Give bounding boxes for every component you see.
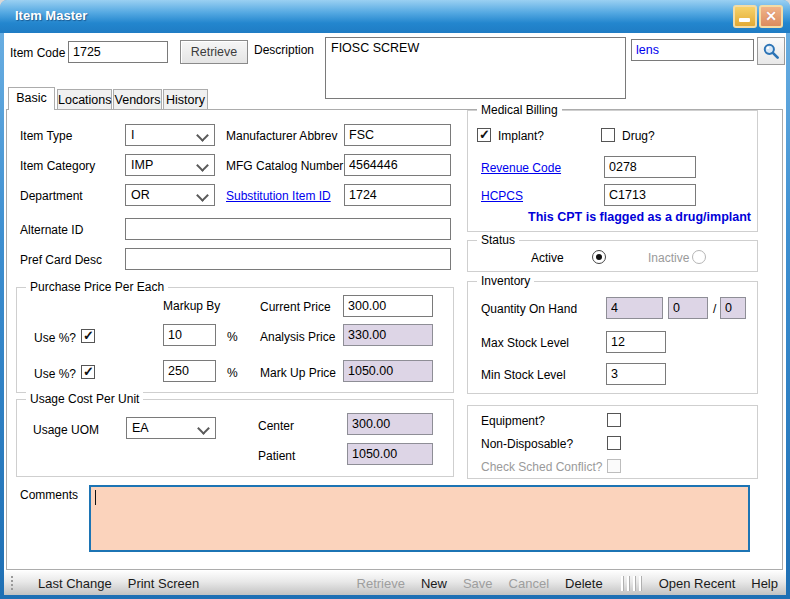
minimize-icon — [739, 18, 750, 22]
usage-uom-value: EA — [132, 421, 149, 435]
minimize-button[interactable] — [733, 5, 757, 28]
alternate-id-label: Alternate ID — [20, 223, 83, 237]
status-title: Status — [477, 233, 519, 247]
current-price-input[interactable] — [343, 295, 433, 317]
quantity-on-hand-label: Quantity On Hand — [481, 302, 577, 316]
max-stock-level-label: Max Stock Level — [481, 336, 569, 350]
item-master-window: Item Master ✕ Item Code Retrieve Descrip… — [0, 0, 790, 599]
cancel-button: Cancel — [509, 576, 549, 591]
delete-button[interactable]: Delete — [565, 576, 603, 591]
search-input[interactable] — [631, 39, 754, 61]
open-recent-button[interactable]: Open Recent — [659, 576, 736, 591]
markup-by-label: Markup By — [163, 299, 220, 313]
min-stock-level-input[interactable] — [606, 363, 666, 385]
center-cost-input — [347, 413, 433, 435]
medical-billing-title: Medical Billing — [477, 103, 562, 117]
status-active-label: Active — [531, 251, 564, 265]
use-pct-checkbox-1[interactable] — [81, 329, 95, 343]
quantity-on-hand-input-3 — [720, 297, 746, 319]
print-screen-button[interactable]: Print Screen — [128, 576, 200, 591]
tab-basic[interactable]: Basic — [8, 87, 55, 110]
close-button[interactable]: ✕ — [759, 5, 783, 28]
item-type-select[interactable]: I — [125, 124, 215, 146]
manufacturer-abbrev-input[interactable] — [344, 124, 451, 146]
alternate-id-input[interactable] — [125, 218, 451, 240]
percent-sign-2: % — [227, 366, 238, 380]
hcpcs-input[interactable] — [604, 184, 696, 206]
quantity-on-hand-input-2 — [668, 297, 708, 319]
use-pct-checkbox-2[interactable] — [81, 365, 95, 379]
pref-card-desc-input[interactable] — [125, 248, 451, 270]
item-code-input[interactable] — [68, 41, 168, 63]
quantity-separator: / — [713, 302, 716, 316]
substitution-item-id-link[interactable]: Substitution Item ID — [226, 189, 331, 203]
quantity-on-hand-input — [606, 297, 663, 319]
purchase-price-title: Purchase Price Per Each — [26, 280, 168, 294]
markup-percent-input-1[interactable] — [163, 324, 216, 346]
status-inactive-radio[interactable] — [692, 250, 706, 264]
description-label: Description — [254, 43, 314, 57]
usage-cost-group: Usage Cost Per Unit — [16, 399, 454, 477]
markup-price-label: Mark Up Price — [260, 366, 336, 380]
usage-uom-label: Usage UOM — [33, 423, 99, 437]
tab-vendors[interactable]: Vendors — [113, 89, 162, 110]
drug-checkbox[interactable] — [601, 128, 615, 142]
item-type-label: Item Type — [20, 129, 72, 143]
revenue-code-input[interactable] — [604, 156, 696, 178]
status-group: Status — [467, 240, 758, 272]
search-button[interactable] — [757, 37, 785, 65]
drug-label: Drug? — [622, 129, 655, 143]
min-stock-level-label: Min Stock Level — [481, 368, 566, 382]
title-bar[interactable]: Item Master ✕ — [0, 0, 790, 33]
implant-checkbox[interactable] — [477, 128, 491, 142]
help-button[interactable]: Help — [751, 576, 778, 591]
department-select[interactable]: OR — [125, 184, 215, 206]
use-pct-label-1: Use %? — [34, 331, 76, 345]
equipment-checkbox[interactable] — [607, 413, 621, 427]
description-value: FIOSC SCREW — [331, 41, 419, 55]
current-price-label: Current Price — [260, 300, 331, 314]
equipment-label: Equipment? — [481, 414, 545, 428]
chevron-down-icon — [197, 422, 210, 435]
new-button[interactable]: New — [421, 576, 447, 591]
manufacturer-abbrev-label: Manufacturer Abbrev — [226, 129, 337, 143]
chevron-down-icon — [196, 159, 209, 172]
retrieve-status-button: Retrieve — [357, 576, 405, 591]
cpt-flag-message: This CPT is flagged as a drug/implant — [475, 210, 751, 224]
chevron-down-icon — [196, 129, 209, 142]
implant-label: Implant? — [498, 129, 544, 143]
item-type-value: I — [131, 128, 134, 142]
analysis-price-input — [343, 324, 433, 346]
percent-sign-1: % — [227, 330, 238, 344]
revenue-code-link[interactable]: Revenue Code — [481, 161, 561, 175]
department-value: OR — [131, 188, 150, 202]
non-disposable-checkbox[interactable] — [607, 436, 621, 450]
max-stock-level-input[interactable] — [606, 331, 666, 353]
tab-locations-label: Locations — [58, 93, 112, 107]
grip-handle-icon — [10, 575, 14, 591]
description-textarea[interactable]: FIOSC SCREW — [325, 37, 626, 99]
status-active-radio[interactable] — [592, 250, 606, 264]
save-button: Save — [463, 576, 493, 591]
tab-locations[interactable]: Locations — [57, 89, 112, 110]
search-icon — [761, 41, 781, 61]
last-change-button[interactable]: Last Change — [38, 576, 112, 591]
usage-uom-select[interactable]: EA — [126, 417, 216, 439]
tab-history-label: History — [166, 93, 205, 107]
retrieve-button[interactable]: Retrieve — [180, 40, 248, 64]
window-title: Item Master — [15, 8, 87, 23]
check-sched-conflict-label: Check Sched Conflict? — [481, 460, 602, 474]
substitution-item-id-input[interactable] — [344, 184, 451, 206]
tab-history[interactable]: History — [163, 89, 208, 110]
comments-textarea[interactable] — [89, 485, 750, 552]
markup-price-input — [343, 360, 433, 382]
hcpcs-link[interactable]: HCPCS — [481, 189, 523, 203]
use-pct-label-2: Use %? — [34, 367, 76, 381]
markup-percent-input-2[interactable] — [163, 360, 216, 382]
status-inactive-label: Inactive — [648, 251, 689, 265]
item-category-value: IMP — [131, 158, 153, 172]
text-caret — [95, 490, 96, 505]
mfg-catalog-number-input[interactable] — [344, 154, 451, 176]
item-code-label: Item Code — [10, 46, 65, 60]
item-category-select[interactable]: IMP — [125, 154, 215, 176]
